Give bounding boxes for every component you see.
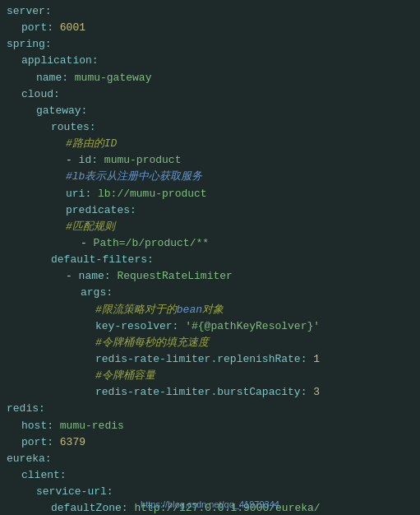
code-line: client: bbox=[7, 467, 420, 484]
code-line: routes: bbox=[7, 119, 420, 136]
code-line: application: bbox=[7, 53, 420, 69]
code-block: server:port: 6001spring:application:name… bbox=[0, 0, 420, 515]
code-line: predicates: bbox=[7, 202, 420, 219]
watermark: https://blog.csdn.net/qq_41979344 bbox=[141, 498, 279, 512]
code-line: name: mumu-gateway bbox=[7, 70, 420, 86]
code-line: #匹配规则 bbox=[7, 219, 420, 235]
code-line: #限流策略对于的bean对象 bbox=[7, 302, 420, 318]
code-line: #令牌桶每秒的填充速度 bbox=[7, 335, 420, 351]
code-line: args: bbox=[7, 285, 420, 301]
code-line: server: bbox=[7, 3, 420, 20]
code-line: port: 6379 bbox=[7, 434, 420, 451]
code-line: host: mumu-redis bbox=[7, 418, 420, 434]
code-line: - id: mumu-product bbox=[7, 152, 420, 169]
code-line: key-resolver: '#{@pathKeyResolver}' bbox=[7, 318, 420, 335]
code-line: #路由的ID bbox=[7, 136, 420, 152]
code-line: - name: RequestRateLimiter bbox=[7, 268, 420, 285]
code-line: cloud: bbox=[7, 86, 420, 103]
code-line: port: 6001 bbox=[7, 20, 420, 36]
code-line: default-filters: bbox=[7, 252, 420, 268]
code-line: redis-rate-limiter.burstCapacity: 3 bbox=[7, 384, 420, 401]
code-line: #lb表示从注册中心获取服务 bbox=[7, 169, 420, 185]
code-line: redis: bbox=[7, 401, 420, 417]
code-line: - Path=/b/product/** bbox=[7, 235, 420, 252]
code-line: spring: bbox=[7, 36, 420, 53]
code-line: redis-rate-limiter.replenishRate: 1 bbox=[7, 351, 420, 368]
code-line: #令牌桶容量 bbox=[7, 368, 420, 384]
code-line: eureka: bbox=[7, 451, 420, 467]
code-line: gateway: bbox=[7, 103, 420, 119]
code-line: uri: lb://mumu-product bbox=[7, 186, 420, 202]
